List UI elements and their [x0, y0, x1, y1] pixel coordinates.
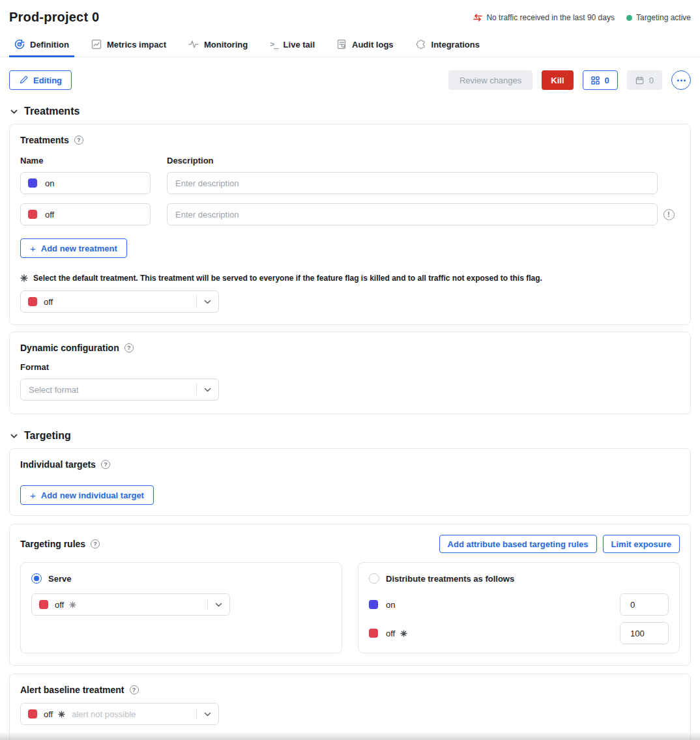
help-icon[interactable]: ? — [91, 539, 100, 548]
review-changes-button[interactable]: Review changes — [448, 70, 532, 90]
distribution-row: on — [369, 593, 669, 616]
help-icon[interactable]: ? — [74, 135, 83, 145]
scheduled-count-button[interactable]: 0 — [627, 70, 662, 90]
targeting-section-title: Targeting — [24, 430, 71, 442]
calendar-icon — [635, 76, 644, 85]
help-icon[interactable]: ? — [101, 460, 110, 469]
puzzle-icon — [416, 39, 426, 50]
treatment-description-input[interactable] — [167, 172, 658, 194]
chevron-down-icon — [10, 109, 18, 114]
treatment-name-field[interactable]: on — [20, 172, 151, 194]
tab-monitoring[interactable]: Monitoring — [188, 39, 248, 57]
serve-treatment-value: off — [55, 600, 64, 610]
treatments-card-title: Treatments — [20, 135, 69, 145]
distribution-percent-input[interactable] — [620, 622, 669, 644]
tab-definition[interactable]: Definition — [14, 39, 69, 57]
serve-treatment-select[interactable]: off — [31, 593, 230, 616]
pencil-icon — [19, 76, 28, 85]
treatments-section-header[interactable]: Treatments — [9, 106, 691, 117]
toolbar: Editing Review changes Kill 0 0 — [9, 70, 691, 90]
chevron-down-icon — [10, 434, 18, 438]
changes-count: 0 — [605, 76, 609, 85]
ellipsis-icon — [677, 79, 679, 81]
traffic-alert-text: No traffic received in the last 90 days — [486, 13, 615, 22]
distribution-percent-input[interactable] — [620, 593, 669, 616]
description-column-header: Description — [167, 156, 214, 165]
default-treatment-value: off — [44, 297, 53, 307]
plus-icon: + — [30, 244, 36, 253]
warning-icon[interactable]: ! — [664, 209, 675, 220]
tab-metrics-impact[interactable]: Metrics impact — [91, 39, 166, 57]
help-icon[interactable]: ? — [130, 685, 139, 694]
distribute-radio[interactable] — [369, 573, 379, 584]
editing-button[interactable]: Editing — [9, 70, 72, 90]
status-dot-icon — [626, 15, 632, 21]
treatment-row: off ! — [20, 203, 680, 225]
traffic-arrows-icon — [473, 14, 482, 21]
more-options-button[interactable] — [671, 70, 691, 90]
treatment-name: off — [45, 210, 54, 220]
definition-icon — [14, 39, 25, 50]
default-asterisk-icon — [20, 274, 28, 282]
kill-button[interactable]: Kill — [542, 70, 573, 90]
add-target-label: Add new individual target — [41, 491, 144, 500]
alert-baseline-title: Alert baseline treatment — [20, 685, 124, 695]
toolbar-right: Review changes Kill 0 0 — [448, 70, 691, 90]
treatments-card: Treatments ? Name Description on off — [9, 124, 691, 325]
default-treatment-select[interactable]: off — [20, 291, 219, 313]
distribution-treatment-name: off — [386, 629, 395, 638]
tab-live-tail[interactable]: >_ Live tail — [270, 39, 315, 57]
treatment-color-swatch — [28, 297, 37, 306]
tab-label: Monitoring — [204, 40, 248, 50]
alert-baseline-hint: alert not possible — [72, 709, 136, 719]
editing-label: Editing — [33, 76, 62, 85]
tab-audit-logs[interactable]: Audit logs — [337, 39, 394, 57]
status-group: No traffic received in the last 90 days … — [473, 10, 691, 22]
scheduled-count: 0 — [649, 76, 654, 85]
treatment-color-swatch — [28, 210, 37, 219]
chevron-down-icon — [197, 388, 218, 392]
chevron-down-icon — [197, 300, 218, 304]
tab-label: Audit logs — [352, 40, 394, 50]
dynamic-configuration-title: Dynamic configuration — [20, 343, 119, 353]
format-select[interactable]: Select format — [20, 378, 219, 401]
default-asterisk-icon — [58, 711, 65, 718]
name-column-header: Name — [20, 156, 151, 165]
page-title: Prod-project 0 — [9, 10, 99, 25]
alert-baseline-value: off — [44, 709, 53, 719]
add-attribute-rules-button[interactable]: Add attribute based targeting rules — [439, 535, 597, 553]
add-treatment-label: Add new treatment — [41, 244, 117, 253]
tab-label: Integrations — [431, 40, 480, 50]
tab-bar: Definition Metrics impact Monitoring >_ … — [0, 39, 700, 57]
help-icon[interactable]: ? — [124, 343, 134, 352]
distribution-row: off — [369, 622, 669, 644]
plus-icon: + — [30, 491, 36, 500]
targeting-section-header[interactable]: Targeting — [9, 430, 691, 442]
treatment-color-swatch — [28, 709, 37, 719]
page: Prod-project 0 No traffic received in th… — [0, 0, 700, 740]
header: Prod-project 0 No traffic received in th… — [9, 0, 691, 25]
tab-label: Metrics impact — [107, 40, 166, 50]
format-label: Format — [20, 362, 680, 372]
individual-targets-title: Individual targets — [20, 459, 96, 470]
distribution-treatment-name: on — [386, 600, 395, 610]
dynamic-configuration-card: Dynamic configuration ? Format Select fo… — [9, 332, 691, 414]
treatment-row: on — [20, 172, 680, 194]
treatment-name-field[interactable]: off — [20, 203, 151, 225]
serve-radio[interactable] — [31, 573, 42, 584]
tab-integrations[interactable]: Integrations — [416, 39, 480, 57]
audit-logs-icon — [337, 39, 347, 50]
traffic-alert: No traffic received in the last 90 days — [473, 13, 615, 22]
add-new-individual-target-button[interactable]: + Add new individual target — [20, 485, 154, 505]
targeting-rules-card: Targeting rules ? Add attribute based ta… — [9, 524, 691, 666]
limit-exposure-button[interactable]: Limit exposure — [603, 535, 680, 553]
format-placeholder: Select format — [29, 385, 79, 395]
treatment-description-input[interactable] — [167, 203, 658, 225]
changes-count-button[interactable]: 0 — [583, 70, 618, 90]
add-new-treatment-button[interactable]: + Add new treatment — [20, 238, 127, 258]
alert-baseline-select[interactable]: off alert not possible — [20, 703, 219, 725]
distribute-label: Distribute treatments as follows — [386, 574, 514, 584]
terminal-icon: >_ — [270, 40, 278, 49]
individual-targets-card: Individual targets ? + Add new individua… — [9, 448, 691, 516]
targeting-status-text: Targeting active — [636, 13, 691, 22]
